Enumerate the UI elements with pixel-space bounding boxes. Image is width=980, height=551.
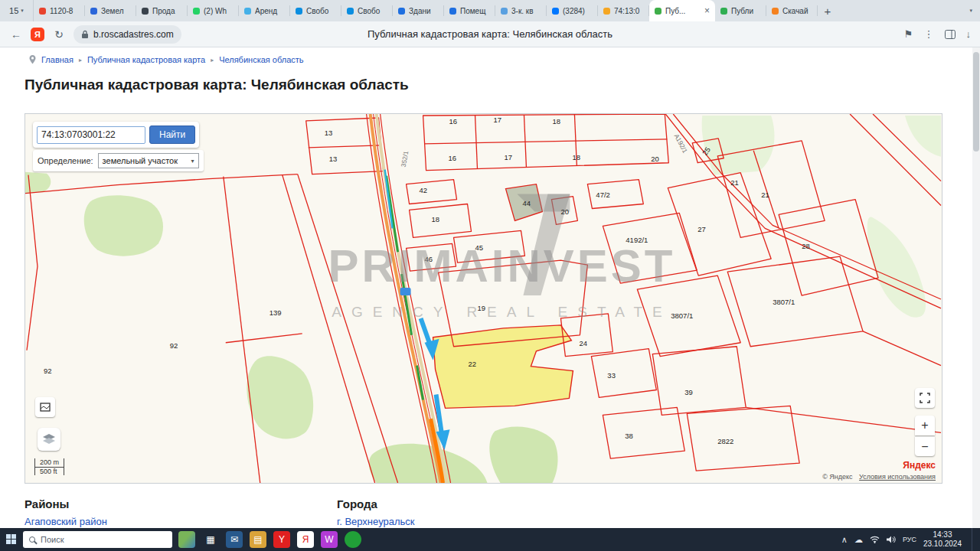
browser-tab[interactable]: Свобо (290, 0, 341, 21)
fullscreen-button[interactable] (915, 388, 935, 408)
districts-title: Районы (24, 497, 69, 510)
marketplace-app[interactable] (345, 531, 361, 548)
definition-panel: Определение: земельный участок ▾ (33, 150, 204, 171)
tab-favicon (720, 8, 727, 15)
tab-favicon (244, 8, 251, 15)
browser-tab[interactable]: Свобо (341, 0, 393, 21)
sidebar-panel-icon[interactable] (945, 30, 956, 39)
taskbar-search[interactable]: Поиск (23, 531, 172, 548)
road-labels: 352/1А192/1 (400, 132, 689, 168)
district-link[interactable]: Агаповский район (24, 516, 107, 527)
browser-tab[interactable]: Земел (85, 0, 136, 21)
wifi-icon[interactable] (870, 536, 880, 543)
tab-list-chevron-icon[interactable]: ▾ (969, 8, 972, 14)
cadastral-number-input[interactable] (37, 126, 145, 144)
breadcrumb-separator-icon: ▸ (211, 57, 214, 64)
tab-favicon (39, 8, 46, 15)
parcel-label: 16 (449, 154, 457, 162)
tray-chevron-icon[interactable]: ∧ (841, 536, 848, 544)
tab-favicon (655, 8, 662, 15)
map-search-panel: Найти (33, 122, 199, 148)
browser-tab[interactable]: 3-к. кв (495, 0, 547, 21)
browser-tab[interactable]: Скачай (766, 0, 818, 21)
back-icon[interactable]: ← (9, 28, 23, 41)
scrollbar-thumb[interactable] (973, 52, 979, 152)
taskbar-clock[interactable]: 14:33 23.10.2024 (923, 530, 962, 549)
parcel-label: 4192/1 (626, 236, 648, 244)
cadastral-map[interactable]: 352/1А192/1 1313161617171818202121252728… (24, 113, 942, 484)
breadcrumb-section-link[interactable]: Публичная кадастровая карта (87, 55, 205, 64)
tab-title: Скачай (782, 7, 812, 15)
tab-title: 1120-8 (50, 7, 80, 15)
zoom-in-button[interactable]: + (915, 416, 935, 435)
lock-icon (81, 30, 89, 39)
clock-time: 14:33 (923, 530, 962, 540)
browser-tab[interactable]: (3284) (547, 0, 598, 21)
browser-tab[interactable]: Публи (715, 0, 766, 21)
yandex-browser[interactable]: Y (273, 531, 290, 548)
files-app[interactable]: ▤ (250, 531, 266, 548)
browser-tab[interactable]: Помещ (444, 0, 495, 21)
language-indicator[interactable]: РУС (903, 536, 916, 543)
wildberries-app[interactable]: W (321, 531, 338, 548)
volume-icon[interactable] (887, 536, 896, 543)
terms-of-use-link[interactable]: Условия использования (859, 473, 936, 481)
url-field[interactable]: b.roscadastres.com (74, 25, 181, 44)
tab-title: (2) Wh (204, 7, 234, 15)
parcel-label: 2822 (717, 437, 733, 445)
taskbar: Поиск ▦✉▤YЯW ∧ ☁ РУС 14:33 23.10.2024 (0, 528, 980, 551)
cloud-icon[interactable]: ☁ (854, 536, 863, 544)
browser-tab[interactable]: 1120-8 (34, 0, 85, 21)
tab-title: Земел (101, 7, 131, 15)
mail-app[interactable]: ✉ (226, 531, 243, 548)
task-view[interactable]: ▦ (202, 531, 219, 548)
breadcrumb-home-link[interactable]: Главная (41, 55, 74, 64)
browser-tab[interactable]: (2) Wh (188, 0, 239, 21)
object-type-select[interactable]: земельный участок ▾ (98, 153, 199, 168)
scale-imperial: 500 ft (34, 467, 64, 475)
road-label: А192/1 (673, 132, 690, 155)
city-link[interactable]: г. Верхнеуральск (337, 516, 415, 527)
fullscreen-icon (920, 393, 930, 403)
show-desktop-button[interactable] (972, 528, 974, 551)
yandex-browser-icon[interactable]: Я (31, 28, 44, 41)
parcel-label: 18 (552, 117, 560, 126)
parcel-label: 39 (684, 388, 693, 396)
road-sign-marker (400, 288, 411, 295)
taskbar-search-label: Поиск (41, 535, 64, 544)
layers-icon (42, 433, 56, 445)
page-scrollbar[interactable] (972, 47, 980, 528)
menu-kebab-icon[interactable]: ⋮ (924, 28, 934, 40)
tab-title: Свобо (306, 7, 336, 15)
new-tab-button[interactable]: + (818, 0, 838, 21)
tab-title: Помещ (460, 7, 490, 15)
tab-close-icon[interactable]: × (704, 5, 710, 16)
parcel-label: 22 (469, 360, 477, 368)
clock-date: 23.10.2024 (923, 540, 962, 549)
tab-favicon (449, 8, 456, 15)
browser-tab[interactable]: 74:13:0 (598, 0, 649, 21)
browser-tab[interactable]: Прода (136, 0, 188, 21)
browser-tab[interactable]: Пуб...× (649, 0, 715, 21)
chevron-down-icon: ▾ (191, 158, 194, 165)
yandex-search-app[interactable]: Я (297, 531, 314, 548)
url-text: b.roscadastres.com (93, 29, 174, 40)
system-tray: ∧ ☁ РУС 14:33 23.10.2024 (841, 528, 974, 551)
browser-tab[interactable]: Здани (393, 0, 444, 21)
find-button[interactable]: Найти (149, 126, 195, 144)
widgets-weather[interactable] (178, 531, 195, 548)
parcel-label: 38 (625, 432, 633, 440)
start-button[interactable] (6, 534, 17, 545)
browser-tab[interactable]: Аренд (239, 0, 290, 21)
parcel-label: 21 (761, 191, 769, 199)
taskbar-apps: ▦✉▤YЯW (178, 531, 361, 548)
bookmark-flag-icon[interactable]: ⚑ (904, 28, 913, 40)
zoom-out-button[interactable]: − (915, 436, 935, 456)
download-icon[interactable]: ↓ (966, 28, 972, 40)
measure-button[interactable] (35, 397, 55, 417)
yandex-logo[interactable]: Яндекс (903, 460, 936, 471)
reload-icon[interactable]: ↻ (52, 28, 66, 41)
location-pin-icon (29, 55, 36, 64)
tab-counter[interactable]: 15 ▾ (0, 0, 34, 21)
layers-button[interactable] (38, 428, 60, 451)
